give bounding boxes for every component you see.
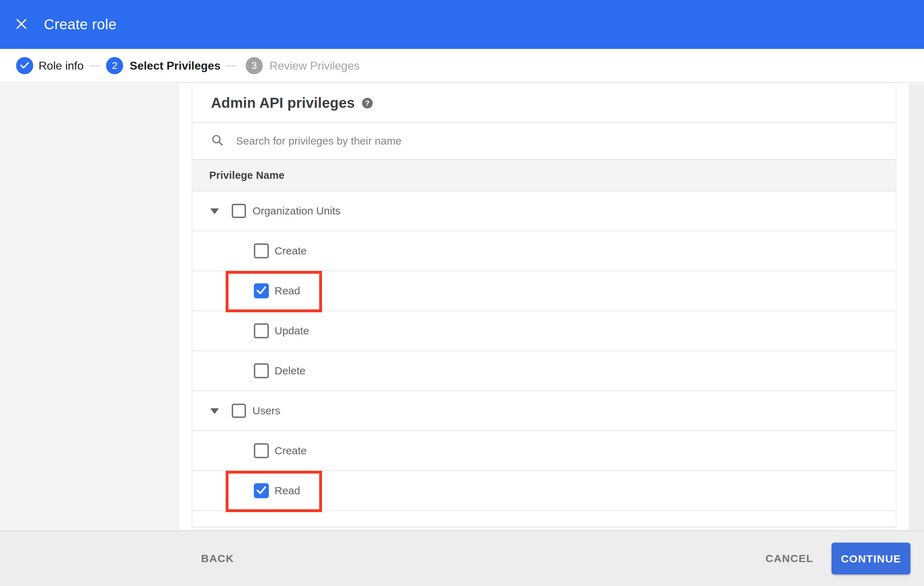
highlight-box	[226, 471, 322, 512]
close-button[interactable]	[16, 19, 27, 30]
check-icon	[254, 482, 269, 499]
check-icon	[20, 60, 29, 71]
checkbox-users-create[interactable]	[254, 443, 269, 458]
table-row-users-read[interactable]: Read	[193, 471, 896, 511]
step-1-circle[interactable]	[16, 57, 33, 74]
panel-heading: Admin API privileges ?	[193, 84, 896, 123]
checkbox-organization-units[interactable]	[232, 204, 246, 218]
row-label: Update	[275, 325, 309, 337]
collapse-triangle-icon[interactable]	[210, 408, 219, 414]
check-icon	[254, 283, 269, 299]
continue-button[interactable]: CONTINUE	[832, 543, 911, 574]
row-label: Create	[275, 245, 307, 257]
back-button[interactable]: BACK	[201, 553, 234, 565]
table-row-partial	[193, 511, 896, 526]
search-row	[193, 123, 896, 160]
stepper: Role info 2 Select Privileges 3 Review P…	[0, 49, 924, 83]
checkbox-ou-read[interactable]	[254, 283, 269, 298]
row-label: Create	[275, 444, 307, 457]
dialog-titlebar: Create role	[0, 0, 924, 49]
left-panel	[0, 84, 180, 530]
checkbox-users[interactable]	[232, 403, 246, 418]
footer-bar: BACK CANCEL CONTINUE	[0, 530, 924, 586]
table-row-ou-update[interactable]: Update	[193, 311, 896, 351]
table-header-label: Privilege Name	[209, 170, 285, 181]
step-2-circle[interactable]: 2	[106, 57, 123, 74]
row-label: Read	[275, 485, 300, 497]
table-header: Privilege Name	[193, 160, 896, 191]
table-row-ou-read[interactable]: Read	[193, 271, 896, 311]
step-1-label[interactable]: Role info	[38, 59, 84, 72]
scrollbar-track[interactable]	[909, 84, 924, 530]
checkbox-ou-update[interactable]	[254, 323, 269, 338]
search-icon	[211, 134, 224, 148]
step-2-label[interactable]: Select Privileges	[130, 59, 220, 72]
dialog-title: Create role	[44, 16, 116, 33]
cancel-button[interactable]: CANCEL	[766, 553, 813, 565]
row-label: Users	[252, 405, 280, 417]
highlight-box	[226, 271, 322, 312]
section-title: Admin API privileges	[211, 95, 355, 111]
table-row-users[interactable]: Users	[193, 391, 896, 431]
table-row-organization-units[interactable]: Organization Units	[193, 191, 896, 231]
step-3-label[interactable]: Review Privileges	[269, 59, 360, 72]
step-divider	[226, 65, 237, 66]
close-icon	[16, 18, 27, 30]
checkbox-ou-delete[interactable]	[254, 363, 269, 378]
row-label: Delete	[275, 365, 305, 377]
collapse-triangle-icon[interactable]	[210, 208, 219, 214]
table-row-ou-create[interactable]: Create	[193, 231, 896, 271]
create-role-dialog: Create role Role info 2 Select Privilege…	[0, 0, 924, 586]
step-3-circle[interactable]: 3	[246, 57, 263, 74]
help-icon[interactable]: ?	[362, 98, 373, 109]
row-label: Organization Units	[252, 205, 341, 217]
privileges-panel: Admin API privileges ? Privilege Name	[192, 84, 896, 527]
table-row-users-create[interactable]: Create	[193, 431, 896, 471]
row-label: Read	[275, 285, 300, 297]
checkbox-users-read[interactable]	[254, 483, 269, 498]
checkbox-ou-create[interactable]	[254, 244, 269, 258]
search-input[interactable]	[236, 135, 736, 147]
step-divider	[89, 65, 101, 66]
step-2-number: 2	[112, 60, 118, 71]
table-row-ou-delete[interactable]: Delete	[193, 351, 896, 391]
step-3-number: 3	[251, 60, 257, 71]
main-area: Admin API privileges ? Privilege Name	[0, 84, 924, 530]
